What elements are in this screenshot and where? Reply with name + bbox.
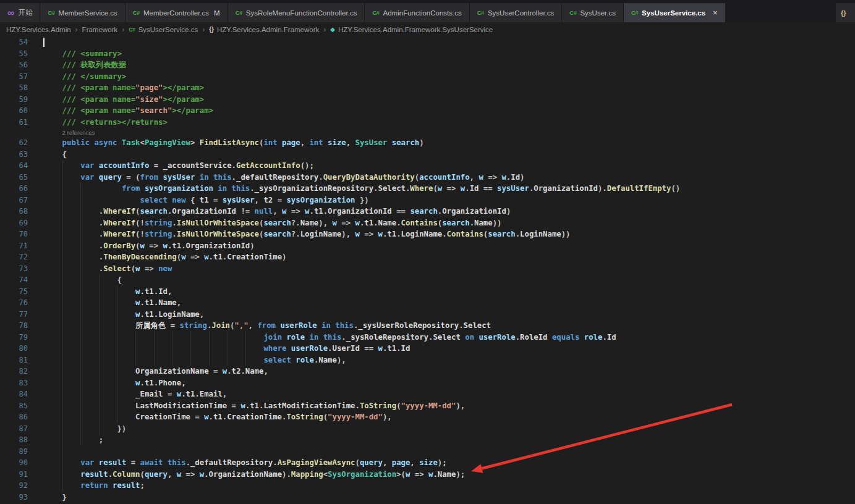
code-line-72[interactable]: .ThenByDescending(w => w.t1.CreationTime… xyxy=(38,251,855,263)
line-number[interactable]: 87 xyxy=(0,423,38,435)
line-number[interactable]: 78 xyxy=(0,320,38,332)
line-number[interactable]: 65 xyxy=(0,172,38,183)
code-line-88[interactable]: ; xyxy=(38,434,855,446)
code-line-61[interactable]: /// <returns></returns> xyxy=(38,117,855,128)
code-line-64[interactable]: var accountInfo = _accountService.GetAcc… xyxy=(38,160,855,172)
code-line-60[interactable]: /// <param name="search"></param> xyxy=(38,105,855,117)
tab-SysRoleMenuFunctionController.cs[interactable]: C#SysRoleMenuFunctionController.cs xyxy=(228,3,365,22)
code-line-90[interactable]: var result = await this._defaultReposito… xyxy=(38,457,855,469)
line-number[interactable]: 88 xyxy=(0,434,38,446)
code-line-79[interactable]: join role in this._sysRoleRepository.Sel… xyxy=(38,332,855,343)
tab-SysUser.cs[interactable]: C#SysUser.cs xyxy=(562,3,624,22)
code-line-67[interactable]: select new { t1 = sysUser, t2 = sysOrgan… xyxy=(38,195,855,206)
line-number[interactable]: 93 xyxy=(0,492,38,503)
code-line-84[interactable]: _Email = w.t1.Email, xyxy=(38,388,855,400)
line-number[interactable]: 83 xyxy=(0,377,38,389)
code-line-82[interactable]: OrganizationName = w.t2.Name, xyxy=(38,366,855,377)
line-number-gutter[interactable]: 5455565758596061626364656667686970717273… xyxy=(0,36,38,504)
code-line-92[interactable]: return result; xyxy=(38,480,855,492)
line-number[interactable]: 62 xyxy=(0,137,38,149)
code-line-73[interactable]: .Select(w => new xyxy=(38,263,855,275)
line-number[interactable]: 64 xyxy=(0,160,38,172)
line-number[interactable]: 76 xyxy=(0,297,38,309)
code-line-55[interactable]: /// <summary> xyxy=(38,48,855,60)
line-number[interactable]: 59 xyxy=(0,94,38,106)
line-number[interactable]: 90 xyxy=(0,457,38,469)
code-line-93[interactable]: } xyxy=(38,492,855,503)
code-line-71[interactable]: .OrderBy(w => w.t1.OrganizationId) xyxy=(38,240,855,252)
tab-开始[interactable]: ∞开始 xyxy=(0,3,40,22)
line-number[interactable]: 61 xyxy=(0,117,38,128)
codelens-references[interactable]: 2 references xyxy=(38,128,855,137)
code-pane[interactable]: /// <summary>/// 获取列表数据/// </summary>///… xyxy=(38,36,855,504)
line-number[interactable]: 75 xyxy=(0,286,38,298)
line-number[interactable]: 92 xyxy=(0,480,38,492)
line-number[interactable]: 84 xyxy=(0,388,38,400)
line-number[interactable]: 86 xyxy=(0,411,38,423)
tab-overflow[interactable]: {} xyxy=(836,3,855,22)
line-number[interactable]: 63 xyxy=(0,149,38,161)
breadcrumb-item[interactable]: ◆HZY.Services.Admin.Framework.SysUserSer… xyxy=(330,26,493,33)
line-number[interactable]: 77 xyxy=(0,309,38,321)
code-line-58[interactable]: /// <param name="page"></param> xyxy=(38,82,855,94)
code-line-74[interactable]: { xyxy=(38,274,855,286)
code-line-80[interactable]: where userRole.UserId == w.t1.Id xyxy=(38,343,855,355)
breadcrumb-item[interactable]: {}HZY.Services.Admin.Framework xyxy=(209,26,319,33)
line-number[interactable]: 58 xyxy=(0,82,38,94)
tab-AdminFunctionConsts.cs[interactable]: C#AdminFunctionConsts.cs xyxy=(365,3,469,22)
code-line-59[interactable]: /// <param name="size"></param> xyxy=(38,94,855,106)
line-number[interactable]: 72 xyxy=(0,251,38,263)
code-line-77[interactable]: w.t1.LoginName, xyxy=(38,309,855,321)
close-icon[interactable]: × xyxy=(713,9,718,17)
line-number[interactable]: 56 xyxy=(0,59,38,71)
line-number[interactable]: 54 xyxy=(0,36,38,48)
breadcrumb-item[interactable]: HZY.Services.Admin xyxy=(6,26,71,33)
line-number[interactable]: 55 xyxy=(0,48,38,60)
code-line-78[interactable]: 所属角色 = string.Join(",", from userRole in… xyxy=(38,320,855,332)
code-line-62[interactable]: public async Task<PagingView> FindListAs… xyxy=(38,137,855,149)
tab-SysUserService.cs[interactable]: C#SysUserService.cs× xyxy=(624,3,726,22)
code-line-81[interactable]: select role.Name), xyxy=(38,355,855,366)
tab-MemberController.cs[interactable]: C#MemberController.csM xyxy=(125,3,228,22)
code-line-57[interactable]: /// </summary> xyxy=(38,71,855,83)
line-number[interactable]: 85 xyxy=(0,400,38,412)
line-number[interactable]: 82 xyxy=(0,366,38,377)
line-number[interactable]: 69 xyxy=(0,217,38,229)
line-number[interactable]: 70 xyxy=(0,229,38,240)
code-line-83[interactable]: w.t1.Phone, xyxy=(38,377,855,389)
code-line-54[interactable] xyxy=(38,36,855,48)
code-line-68[interactable]: .WhereIf(search.OrganizationId != null, … xyxy=(38,206,855,217)
code-line-89[interactable] xyxy=(38,446,855,458)
line-number[interactable]: 91 xyxy=(0,469,38,481)
code-line-85[interactable]: LastModificationTime = w.t1.LastModifica… xyxy=(38,400,855,412)
code-line-91[interactable]: result.Column(query, w => w.Organization… xyxy=(38,469,855,481)
line-number[interactable]: 80 xyxy=(0,343,38,355)
code-line-70[interactable]: .WhereIf(!string.IsNullOrWhiteSpace(sear… xyxy=(38,229,855,240)
breadcrumb-item[interactable]: Framework xyxy=(82,26,118,33)
breadcrumb-item[interactable]: C#SysUserService.cs xyxy=(129,26,198,33)
code-token: = xyxy=(190,413,204,421)
code-line-69[interactable]: .WhereIf(!string.IsNullOrWhiteSpace(sear… xyxy=(38,217,855,229)
line-number[interactable]: 60 xyxy=(0,105,38,117)
code-line-63[interactable]: { xyxy=(38,149,855,161)
code-line-56[interactable]: /// 获取列表数据 xyxy=(38,59,855,71)
line-number[interactable]: 68 xyxy=(0,206,38,217)
line-number[interactable]: 57 xyxy=(0,71,38,83)
code-line-87[interactable]: }) xyxy=(38,423,855,435)
line-number[interactable]: 67 xyxy=(0,195,38,206)
tab-MemberService.cs[interactable]: C#MemberService.cs xyxy=(40,3,125,22)
line-number[interactable]: 79 xyxy=(0,332,38,343)
line-number[interactable]: 89 xyxy=(0,446,38,458)
line-number[interactable]: 71 xyxy=(0,240,38,252)
code-line-76[interactable]: w.t1.Name, xyxy=(38,297,855,309)
code-line-86[interactable]: CreationTime = w.t1.CreationTime.ToStrin… xyxy=(38,411,855,423)
line-number[interactable]: 74 xyxy=(0,274,38,286)
code-line-75[interactable]: w.t1.Id, xyxy=(38,286,855,298)
code-line-65[interactable]: var query = (from sysUser in this._defau… xyxy=(38,172,855,183)
line-number[interactable]: 66 xyxy=(0,183,38,195)
code-line-66[interactable]: from sysOrganization in this._sysOrganiz… xyxy=(38,183,855,195)
code-editor[interactable]: 5455565758596061626364656667686970717273… xyxy=(0,36,855,504)
line-number[interactable]: 73 xyxy=(0,263,38,275)
line-number[interactable]: 81 xyxy=(0,355,38,366)
tab-SysUserController.cs[interactable]: C#SysUserController.cs xyxy=(470,3,563,22)
